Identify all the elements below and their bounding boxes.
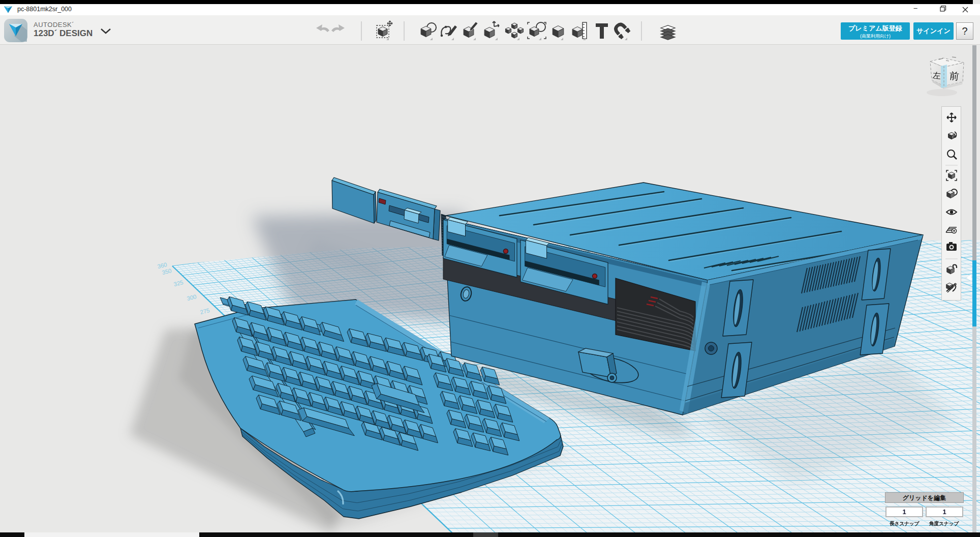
svg-text:左: 左 [932,71,941,80]
svg-text:300: 300 [186,293,197,302]
svg-text:275: 275 [199,307,210,315]
svg-text:前: 前 [949,70,960,82]
